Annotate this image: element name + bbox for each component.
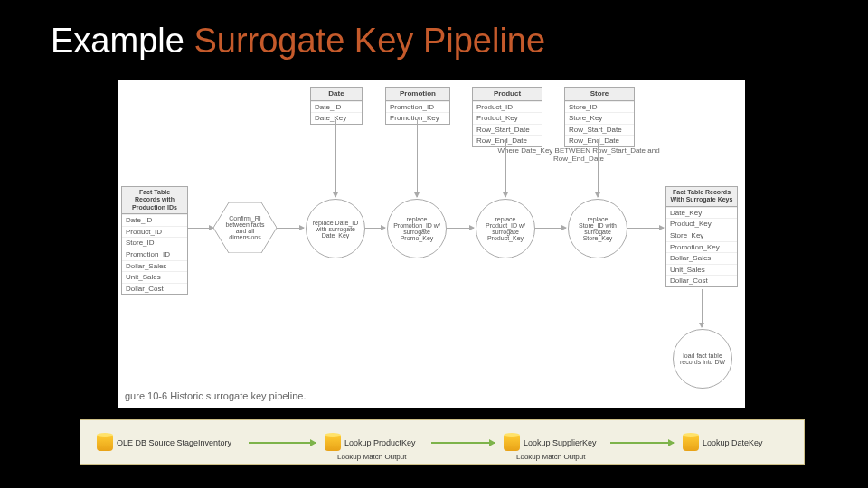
lookup-icon bbox=[683, 435, 699, 451]
table-input-fact-header: Fact Table Records with Production IDs bbox=[122, 187, 187, 214]
node-lookup-product-label: Lookup ProductKey bbox=[344, 438, 416, 447]
table-output-fact-header: Fact Table Records With Surrogate Keys bbox=[666, 187, 737, 207]
table-product: Product Product_ID Product_Key Row_Start… bbox=[472, 87, 542, 147]
out-label-1: Lookup Match Output bbox=[337, 453, 407, 461]
source-icon bbox=[97, 435, 113, 451]
varrow-output-load bbox=[702, 289, 703, 327]
sarrow-1 bbox=[249, 442, 316, 444]
lookup-icon bbox=[504, 435, 520, 451]
title-part1: Example bbox=[51, 22, 193, 60]
table-store-header: Store bbox=[565, 88, 634, 101]
sarrow-2 bbox=[431, 442, 495, 444]
title-part2: Surrogate Key Pipeline bbox=[193, 22, 545, 60]
hex-text: Confirm_RI between facts and all dimensi… bbox=[213, 202, 277, 253]
varrow-promotion bbox=[417, 119, 418, 197]
arrow-c2-c3 bbox=[447, 228, 474, 229]
circle-replace-promotion: replace Promotion_ID w/ surrogate Promo_… bbox=[387, 199, 447, 258]
circle-replace-store: replace Store_ID with surrogate Store_Ke… bbox=[568, 199, 627, 258]
arrow-c3-c4 bbox=[535, 228, 566, 229]
ssis-strip: OLE DB Source StageInventory Lookup Prod… bbox=[80, 419, 805, 465]
figure-caption: gure 10-6 Historic surrogate key pipelin… bbox=[125, 390, 307, 401]
hex-confirm-ri: Confirm_RI between facts and all dimensi… bbox=[213, 202, 277, 253]
table-store: Store Store_ID Store_Key Row_Start_Date … bbox=[564, 87, 635, 147]
lookup-icon bbox=[325, 435, 341, 451]
table-date-header: Date bbox=[311, 88, 362, 101]
table-promotion: Promotion Promotion_ID Promotion_Key bbox=[385, 87, 450, 125]
varrow-store bbox=[598, 139, 599, 197]
table-promotion-header: Promotion bbox=[386, 88, 449, 101]
table-date: Date Date_ID Date_Key bbox=[310, 87, 363, 125]
table-product-header: Product bbox=[473, 88, 542, 101]
arrow-c1-c2 bbox=[365, 228, 385, 229]
table-input-fact: Fact Table Records with Production IDs D… bbox=[121, 186, 188, 295]
slide: Example Surrogate Key Pipeline Handles S… bbox=[0, 0, 868, 488]
arrow-input-hex bbox=[188, 228, 213, 229]
node-lookup-date: Lookup DateKey bbox=[683, 433, 763, 453]
node-lookup-supplier-label: Lookup SupplierKey bbox=[524, 438, 597, 447]
arrow-c4-output bbox=[627, 228, 664, 229]
circle-load-fact: load fact table records into DW bbox=[673, 329, 732, 389]
table-output-fact: Fact Table Records With Surrogate Keys D… bbox=[665, 186, 738, 287]
node-lookup-date-label: Lookup DateKey bbox=[703, 438, 763, 447]
node-source: OLE DB Source StageInventory bbox=[97, 433, 231, 453]
arrow-hex-c1 bbox=[277, 228, 304, 229]
out-label-2: Lookup Match Output bbox=[516, 453, 586, 461]
node-lookup-supplier: Lookup SupplierKey bbox=[504, 433, 597, 453]
node-lookup-product: Lookup ProductKey bbox=[325, 433, 416, 453]
note-where-clause: Where Date_Key BETWEEN Row_Start_Date an… bbox=[497, 146, 660, 163]
varrow-product bbox=[505, 139, 506, 197]
slide-title: Example Surrogate Key Pipeline bbox=[51, 22, 545, 61]
varrow-date bbox=[335, 119, 336, 197]
sarrow-3 bbox=[610, 442, 674, 444]
node-source-label: OLE DB Source StageInventory bbox=[117, 438, 231, 447]
circle-replace-product: replace Product_ID w/ surrogate Product_… bbox=[476, 199, 535, 258]
diagram-panel: Date Date_ID Date_Key Promotion Promotio… bbox=[118, 80, 745, 408]
circle-replace-date: replace Date_ID with surrogate Date_Key bbox=[306, 199, 365, 258]
